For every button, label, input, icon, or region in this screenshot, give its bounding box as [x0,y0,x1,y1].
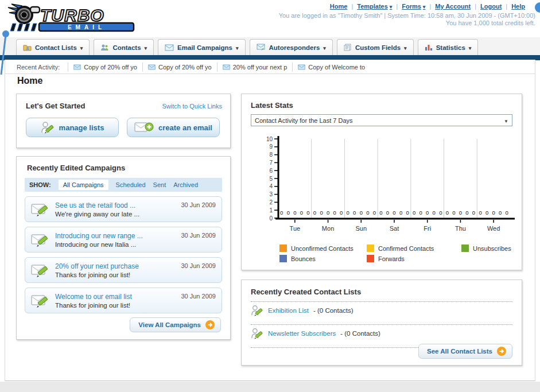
envelope-pencil-icon [31,202,49,217]
tab-custom-fields[interactable]: Custom Fields [337,39,414,55]
recent-activity-label: Recent Activity: [17,64,60,71]
header-link-home[interactable]: Home [330,3,348,10]
credits-text: You have 1,000 total credits left. [446,20,535,26]
recent-activity-item[interactable]: Copy of 20% off yo [68,63,142,72]
contact-list-item[interactable]: Exhibition List - (0 Contacts) [251,302,512,319]
header-link-my-account[interactable]: My Account [435,3,471,10]
chevron-down-icon [423,3,426,10]
svg-text:0: 0 [393,209,395,216]
corner-dot-icon [535,2,540,13]
svg-text:Wed: Wed [487,225,500,232]
svg-text:Sun: Sun [355,225,367,232]
header-link-templates[interactable]: Templates [357,3,392,10]
logo-text-turbo: TURBO [40,6,104,25]
campaign-date: 30 Jun 2009 [181,232,216,239]
envelope-plus-icon [134,121,154,134]
svg-text:4: 4 [269,183,273,189]
svg-text:0: 0 [439,209,442,216]
contact-list-count: - (0 Contacts) [313,307,353,314]
svg-text:0: 0 [306,209,309,216]
legend-item: Confirmed Contacts [367,244,461,252]
svg-text:0: 0 [433,209,436,216]
recent-activity-item[interactable]: Copy of 20% off yo [142,63,217,72]
stats-period-select[interactable]: Contact Activity for the Last 7 Days [251,114,512,126]
svg-text:0: 0 [472,209,475,216]
campaign-row[interactable]: Welcome to our email list Thanks for joi… [25,288,222,313]
filter-all-campaigns[interactable]: All Campaigns [59,180,108,190]
arrow-right-circle-icon [497,347,506,356]
campaign-subtitle: Thanks for joining our list! [55,271,175,278]
header-link-logout[interactable]: Logout [480,3,502,10]
chevron-down-icon [323,44,326,51]
view-all-campaigns-button[interactable]: View All Campaigns [130,317,221,332]
svg-text:2: 2 [269,199,273,205]
svg-text:0: 0 [353,209,356,216]
campaign-date: 30 Jun 2009 [181,262,216,269]
separator [506,3,507,10]
svg-text:0: 0 [465,209,468,216]
tab-statistics[interactable]: Statistics [418,39,479,55]
campaign-title-link[interactable]: Introducing our new range ... [55,232,175,240]
campaign-subtitle: Thanks for joining our list! [55,302,175,309]
header-links: Home Templates Forms My Account Logout H… [330,3,525,10]
manage-lists-button[interactable]: manage lists [26,118,119,137]
turbo-email-logo-graphic: TURBO EMAIL [5,2,145,34]
recent-campaigns-panel: Recently Edited Campaigns SHOW: All Camp… [16,156,231,340]
bar-chart-icon [425,44,433,51]
filter-archived[interactable]: Archived [173,181,198,188]
svg-text:0: 0 [446,209,449,216]
separator [429,3,431,10]
separator [475,3,476,10]
svg-text:3: 3 [269,191,273,197]
legend-swatch [461,244,469,252]
svg-text:0: 0 [300,209,303,216]
envelope-icon [148,64,156,70]
chevron-down-icon [236,44,239,51]
svg-text:0: 0 [419,209,422,216]
dropdown-arrow-icon [504,117,508,124]
tab-contacts[interactable]: Contacts [94,39,154,55]
svg-text:0: 0 [373,209,376,216]
contact-list-link[interactable]: Newsletter Subscribers [268,330,336,337]
campaign-title-link[interactable]: 20% off your next purchase [55,262,175,270]
campaign-subtitle: Introducing our new Italia ... [55,241,175,248]
recent-activity-item[interactable]: 20% off your next p [217,63,293,72]
filter-sent[interactable]: Sent [153,181,166,188]
filter-scheduled[interactable]: Scheduled [116,181,146,188]
chevron-down-icon [390,3,393,10]
campaign-title-link[interactable]: See us at the retail food ... [55,201,175,209]
legend-label: Bounces [291,255,316,262]
svg-text:0: 0 [499,209,502,216]
recent-activity-bar: Recent Activity: Copy of 20% off yo Copy… [5,60,535,74]
svg-text:0: 0 [492,209,495,216]
svg-text:0: 0 [287,209,290,216]
tab-email-campaigns[interactable]: Email Campaigns [158,39,245,55]
header-link-help[interactable]: Help [511,3,525,10]
legend-label: Unconfirmed Contacts [291,245,353,252]
separator [351,3,353,10]
campaign-row[interactable]: See us at the retail food ... We're givi… [25,196,222,222]
envelope-icon [223,64,230,70]
people-icon [100,44,109,51]
campaign-title-link[interactable]: Welcome to our email list [55,293,175,301]
contact-list-item[interactable]: Newsletter Subscribers - (0 Contacts) [251,325,512,342]
tab-autoresponders[interactable]: Autoresponders [250,39,333,55]
see-all-contact-lists-button[interactable]: See All Contact Lists [418,344,512,359]
header-link-forms[interactable]: Forms [402,3,425,10]
tab-contact-lists[interactable]: Contact Lists [16,39,90,55]
form-pages-icon [344,44,352,51]
svg-text:Sat: Sat [390,225,399,232]
create-email-button[interactable]: create an email [127,118,220,137]
envelope-reply-icon [257,44,266,51]
recent-activity-item[interactable]: Copy of Welcome to [292,63,370,72]
svg-text:0: 0 [340,209,343,216]
chevron-down-icon [80,44,83,51]
app-logo: TURBO EMAIL [5,2,145,37]
footer-strip [0,382,540,392]
main-nav-bar: Contact Lists Contacts Email Campaigns A… [0,37,540,55]
svg-text:0: 0 [452,209,455,216]
contact-list-link[interactable]: Exhibition List [268,307,309,314]
campaign-row[interactable]: Introducing our new range ... Introducin… [25,227,222,253]
campaign-row[interactable]: 20% off your next purchase Thanks for jo… [25,257,222,283]
switch-quick-links-link[interactable]: Switch to Quick Links [162,103,222,110]
